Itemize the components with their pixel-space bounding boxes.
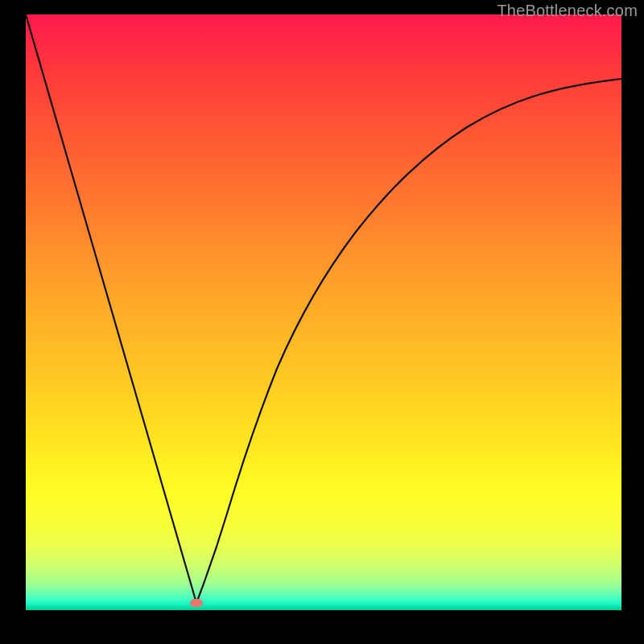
chart-frame: TheBottleneck.com (0, 0, 644, 644)
watermark-text: TheBottleneck.com (497, 2, 638, 20)
curve-path (26, 14, 621, 603)
plot-area (26, 14, 621, 610)
bottleneck-curve (26, 14, 621, 610)
optimum-marker (190, 599, 203, 607)
